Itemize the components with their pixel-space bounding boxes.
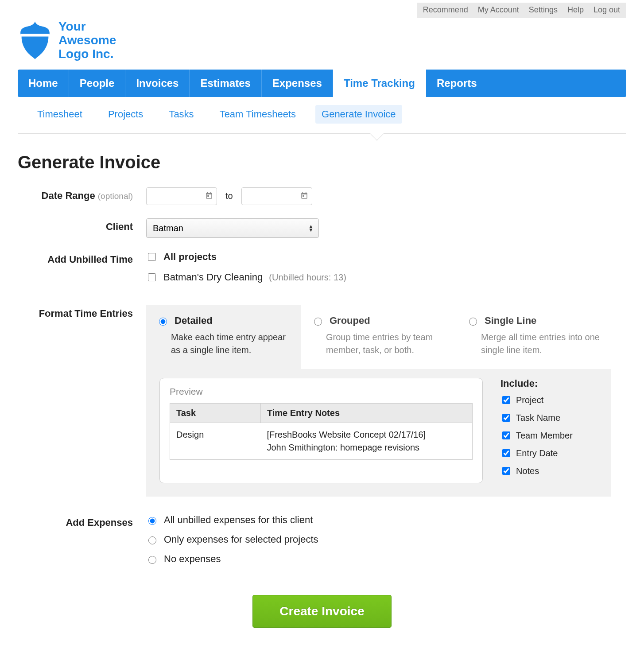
expenses-radio-selected[interactable] — [148, 536, 156, 544]
calendar-icon — [205, 191, 213, 202]
include-entry-date[interactable]: Entry Date — [500, 448, 598, 458]
add-unbilled-label: Add Unbilled Time — [18, 251, 146, 265]
create-invoice-button[interactable]: Create Invoice — [252, 595, 391, 628]
format-title-grouped: Grouped — [330, 315, 370, 326]
add-expenses-label: Add Expenses — [18, 514, 146, 528]
date-from-input[interactable] — [146, 187, 217, 205]
date-from-field[interactable] — [151, 191, 205, 202]
preview-title: Preview — [170, 386, 473, 397]
preview-panel: Preview Task Time Entry Notes Design — [159, 378, 483, 483]
include-entrydate-checkbox[interactable] — [502, 449, 510, 457]
include-project[interactable]: Project — [500, 395, 598, 405]
primary-tabs: Home People Invoices Estimates Expenses … — [18, 70, 626, 97]
project-name: Batman's Dry Cleaning — [163, 272, 263, 283]
tab-reports[interactable]: Reports — [426, 70, 488, 97]
tab-people[interactable]: People — [69, 70, 126, 97]
format-box: Detailed Make each time entry appear as … — [146, 305, 611, 497]
all-projects-checkbox[interactable] — [148, 253, 156, 261]
preview-cell-notes: [FreshBooks Website Concept 02/17/16] Jo… — [260, 423, 472, 460]
tab-invoices[interactable]: Invoices — [125, 70, 190, 97]
format-desc-single: Merge all time entries into one single l… — [467, 331, 601, 357]
subtab-tasks[interactable]: Tasks — [163, 105, 200, 124]
date-to-input[interactable] — [241, 187, 312, 205]
expenses-option-all: All unbilled expenses for this client — [164, 514, 313, 526]
page-title: Generate Invoice — [18, 152, 626, 172]
format-radio-detailed[interactable] — [159, 318, 167, 326]
logo-text: Your Awesome Logo Inc. — [58, 20, 116, 61]
format-desc-grouped: Group time entries by team member, task,… — [312, 331, 446, 357]
tab-expenses[interactable]: Expenses — [262, 70, 333, 97]
expenses-radio-all[interactable] — [148, 517, 156, 525]
tab-time-tracking[interactable]: Time Tracking — [333, 68, 426, 97]
expenses-radio-none[interactable] — [148, 556, 156, 564]
util-link-recommend[interactable]: Recommend — [423, 5, 468, 15]
subtab-team-timesheets[interactable]: Team Timesheets — [213, 105, 302, 124]
util-link-help[interactable]: Help — [567, 5, 584, 15]
format-option-single[interactable]: Single Line Merge all time entries into … — [456, 305, 611, 369]
subtab-timesheet[interactable]: Timesheet — [31, 105, 89, 124]
include-teammember-checkbox[interactable] — [502, 431, 510, 439]
preview-th-notes: Time Entry Notes — [260, 404, 472, 423]
util-link-my-account[interactable]: My Account — [478, 5, 519, 15]
project-note: (Unbilled hours: 13) — [269, 272, 346, 283]
format-title-single: Single Line — [485, 315, 536, 326]
subtab-projects[interactable]: Projects — [102, 105, 149, 124]
client-select[interactable]: Batman — [146, 218, 319, 238]
acorn-icon — [18, 20, 52, 60]
format-option-grouped[interactable]: Grouped Group time entries by team membe… — [301, 305, 456, 369]
include-column: Include: Project Task Name Team Member E… — [500, 378, 598, 483]
include-project-checkbox[interactable] — [502, 396, 510, 404]
format-radio-grouped[interactable] — [314, 318, 322, 326]
svg-rect-0 — [20, 34, 50, 36]
util-link-logout[interactable]: Log out — [594, 5, 620, 15]
tab-estimates[interactable]: Estimates — [190, 70, 261, 97]
calendar-icon — [300, 191, 308, 202]
expenses-option-none: No expenses — [164, 553, 221, 565]
include-task-name[interactable]: Task Name — [500, 412, 598, 423]
client-label: Client — [18, 218, 146, 233]
date-to-field[interactable] — [246, 191, 300, 202]
all-projects-label: All projects — [163, 251, 217, 263]
preview-th-task: Task — [170, 404, 261, 423]
tab-home[interactable]: Home — [18, 70, 69, 97]
preview-cell-task: Design — [170, 423, 261, 460]
utility-nav: Recommend My Account Settings Help Log o… — [18, 0, 626, 18]
secondary-tabs: Timesheet Projects Tasks Team Timesheets… — [18, 97, 626, 134]
format-option-detailed[interactable]: Detailed Make each time entry appear as … — [146, 305, 301, 369]
include-team-member[interactable]: Team Member — [500, 430, 598, 441]
expenses-option-selected: Only expenses for selected projects — [164, 534, 318, 545]
format-radio-single[interactable] — [469, 318, 477, 326]
date-to-label: to — [225, 191, 233, 201]
format-title-detailed: Detailed — [175, 315, 213, 326]
project-checkbox[interactable] — [148, 273, 156, 281]
include-taskname-checkbox[interactable] — [502, 414, 510, 422]
format-label: Format Time Entries — [18, 305, 146, 319]
include-notes[interactable]: Notes — [500, 466, 598, 476]
subtab-generate-invoice[interactable]: Generate Invoice — [315, 105, 402, 124]
logo[interactable]: Your Awesome Logo Inc. — [18, 20, 626, 61]
utility-nav-strip: Recommend My Account Settings Help Log o… — [417, 3, 626, 18]
preview-table: Task Time Entry Notes Design [FreshBooks… — [170, 403, 473, 460]
util-link-settings[interactable]: Settings — [529, 5, 558, 15]
include-notes-checkbox[interactable] — [502, 467, 510, 475]
include-title: Include: — [500, 378, 598, 389]
preview-row: Design [FreshBooks Website Concept 02/17… — [170, 423, 473, 460]
format-desc-detailed: Make each time entry appear as a single … — [157, 331, 291, 357]
date-range-label: Date Range (optional) — [18, 187, 146, 202]
